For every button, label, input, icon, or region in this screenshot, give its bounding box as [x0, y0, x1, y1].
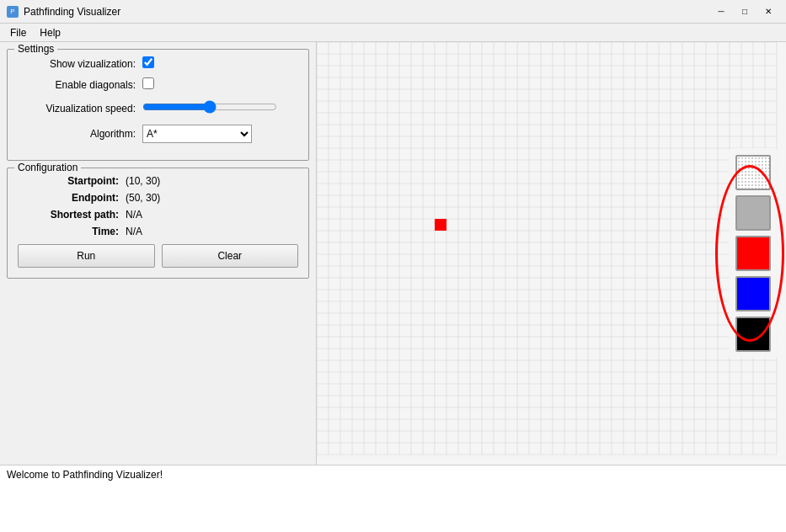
time-value: N/A	[126, 226, 142, 237]
time-label: Time:	[18, 226, 119, 237]
configuration-group: Configuration Startpoint: (10, 30) Endpo…	[7, 168, 309, 279]
grid-container[interactable]	[316, 42, 786, 465]
endpoint-row: Endpoint: (50, 30)	[18, 192, 298, 204]
menu-bar: File Help	[0, 24, 786, 42]
swatch-blue[interactable]	[735, 276, 771, 311]
status-message: Welcome to Pathfinding Vizualizer!	[7, 469, 163, 481]
button-row: Run Clear	[18, 244, 298, 268]
minimize-button[interactable]: ─	[710, 4, 732, 19]
viz-speed-control	[142, 98, 298, 118]
show-visualization-checkbox[interactable]	[142, 56, 154, 68]
color-palette	[729, 148, 778, 359]
enable-diagonals-row: Enable diagonals:	[18, 77, 298, 92]
show-visualization-label: Show vizualization:	[18, 58, 136, 70]
window-title: Pathfinding Visualizer	[24, 6, 710, 18]
run-button[interactable]: Run	[18, 244, 155, 268]
viz-speed-slider[interactable]	[142, 98, 277, 115]
title-bar: P Pathfinding Visualizer ─ □ ✕	[0, 0, 786, 24]
time-row: Time: N/A	[18, 226, 298, 237]
viz-speed-label: Vizualization speed:	[18, 103, 136, 114]
show-visualization-row: Show vizualization:	[18, 56, 298, 71]
swatch-black[interactable]	[735, 317, 771, 352]
shortest-path-row: Shortest path: N/A	[18, 209, 298, 221]
window-controls: ─ □ ✕	[710, 4, 779, 19]
clear-button[interactable]: Clear	[162, 244, 299, 268]
status-bar: Welcome to Pathfinding Vizualizer!	[0, 465, 786, 532]
configuration-group-label: Configuration	[14, 162, 81, 173]
algorithm-control: A* Dijkstra BFS DFS	[142, 125, 298, 143]
algorithm-select[interactable]: A* Dijkstra BFS DFS	[142, 125, 252, 143]
startpoint-value: (10, 30)	[126, 175, 160, 187]
grid-canvas[interactable]	[317, 42, 786, 465]
main-content: Settings Show vizualization: Enable diag…	[0, 42, 786, 465]
enable-diagonals-control	[142, 77, 298, 92]
menu-file[interactable]: File	[3, 25, 33, 40]
shortest-path-value: N/A	[126, 209, 142, 221]
startpoint-label: Startpoint:	[18, 175, 119, 187]
algorithm-row: Algorithm: A* Dijkstra BFS DFS	[18, 125, 298, 143]
show-visualization-control	[142, 56, 298, 71]
maximize-button[interactable]: □	[734, 4, 756, 19]
enable-diagonals-checkbox[interactable]	[142, 77, 154, 89]
swatch-open[interactable]	[735, 155, 771, 190]
endpoint-value: (50, 30)	[126, 192, 160, 204]
enable-diagonals-label: Enable diagonals:	[18, 79, 136, 91]
swatch-red[interactable]	[735, 236, 771, 271]
viz-speed-row: Vizualization speed:	[18, 98, 298, 118]
menu-help[interactable]: Help	[33, 25, 67, 40]
algorithm-label: Algorithm:	[18, 128, 136, 140]
app-icon: P	[7, 6, 19, 18]
close-button[interactable]: ✕	[757, 4, 779, 19]
swatch-gray[interactable]	[735, 195, 771, 231]
settings-group-label: Settings	[14, 43, 57, 55]
startpoint-row: Startpoint: (10, 30)	[18, 175, 298, 187]
left-panel: Settings Show vizualization: Enable diag…	[0, 42, 316, 465]
settings-group: Settings Show vizualization: Enable diag…	[7, 49, 309, 161]
endpoint-label: Endpoint:	[18, 192, 119, 204]
shortest-path-label: Shortest path:	[18, 209, 119, 221]
